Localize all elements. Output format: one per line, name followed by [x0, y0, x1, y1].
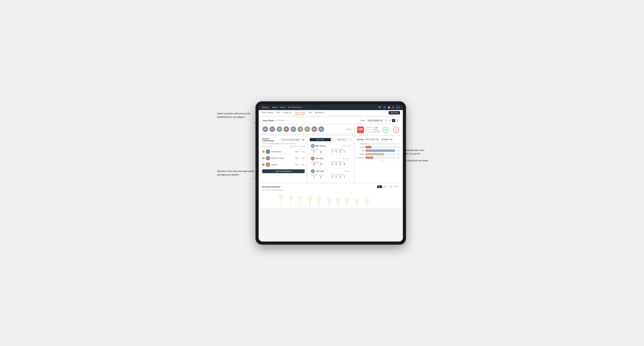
- search-icon[interactable]: 🔍: [378, 106, 381, 109]
- tab-least-active[interactable]: Least Active: [331, 138, 352, 141]
- avatar-icon[interactable]: 👤▾: [396, 106, 400, 109]
- bar-row-eagles: Eagles 3: [357, 142, 399, 145]
- bar-track-pars: [366, 149, 395, 152]
- pac-tournament-1: 7: [311, 151, 317, 153]
- scoring-title: Scoring: [357, 139, 363, 141]
- edit-icon[interactable]: ✏: [286, 120, 287, 121]
- subnav-allplayers[interactable]: All Players: [315, 112, 324, 114]
- view-full-leaderboard-button[interactable]: View Full Leaderboard: [262, 169, 305, 173]
- streak-dot-2: 6x: [289, 195, 293, 206]
- scoring-panel: Scoring Par 3, 4 & 5s All Players Eagles: [355, 136, 401, 182]
- list-icon[interactable]: ☰: [392, 119, 395, 122]
- lb-name-1: Richard Butler: [271, 151, 294, 153]
- player-avatar-5[interactable]: PL: [290, 126, 296, 132]
- pac-avatar-2: RB: [311, 157, 315, 161]
- player-avatar-7[interactable]: GF: [304, 126, 310, 132]
- view-icons: ⊞ ⊟ ☰ ⇅: [384, 119, 399, 122]
- navbar: clippd Home Teams My Performance 🔍 👤 🔔 ⚙…: [259, 105, 403, 110]
- bar-track-eagles: [366, 142, 397, 145]
- bar-label-dbogeys: D. Bogeys +: [357, 157, 364, 159]
- pac-header-3: JC Josh Coles 26 Aug 2023: [311, 169, 351, 173]
- bar-chart: Eagles 3 Birdies: [357, 142, 399, 159]
- player-avatar-9[interactable]: KD: [318, 126, 324, 132]
- scoring-filter-players[interactable]: All Players: [380, 138, 393, 141]
- player-avatar-8[interactable]: HB: [312, 126, 317, 132]
- bell-icon[interactable]: 🔔: [388, 106, 390, 109]
- player-avatar-3[interactable]: JC: [276, 126, 282, 132]
- streaks-btn-putt[interactable]: PUTT: [394, 185, 399, 188]
- streak-dot-3: 6x: [298, 195, 302, 206]
- leaderboard-dropdown[interactable]: PUTT Must Make Putting...: [280, 138, 305, 141]
- bar-label-eagles: Eagles: [357, 143, 364, 145]
- pac-app-2: 0: [335, 164, 338, 166]
- pac-arg-2: 0: [339, 164, 342, 166]
- tab-most-active[interactable]: Most Active: [310, 138, 331, 141]
- streak-dot-4: 5x: [308, 197, 312, 206]
- bar-val-dbogeys: 131: [397, 157, 399, 159]
- nav-link-home[interactable]: Home: [272, 106, 277, 108]
- shot-info-card: 198 SC Shot Dist: 16 yds Start Lie: Roug…: [355, 125, 401, 135]
- pac-practice-1: 6: [319, 151, 323, 153]
- subnav-tour[interactable]: Tour: [308, 112, 312, 114]
- chart-axis: 0200400: [357, 159, 399, 161]
- pac-ott-3: 0: [331, 176, 334, 178]
- shot-details: Shot Dist: 16 yds Start Lie: Rough End L…: [366, 127, 380, 133]
- pac-app-3: 0: [335, 176, 338, 178]
- leaderboard-panel-header: Practice Leaderboards PUTT Must Make Put…: [262, 138, 305, 142]
- pac-arg-1: 0: [339, 151, 342, 153]
- scoring-header: Scoring Par 3, 4 & 5s All Players: [357, 138, 399, 141]
- player-avatar-1[interactable]: RB: [262, 126, 268, 132]
- subnav-pgat[interactable]: PGAT Players: [262, 112, 274, 114]
- leaderboard-row-3[interactable]: 3 Cameron... 17/20 103: [262, 162, 305, 168]
- streak-badge-1: 7x: [279, 194, 283, 198]
- shot-number: 198 SC: [357, 127, 364, 133]
- nav-link-myperformance[interactable]: My Performance: [288, 106, 302, 108]
- streaks-btn-app[interactable]: APP: [382, 185, 388, 188]
- streak-dot-6: 4x: [327, 198, 331, 206]
- bar-row-dbogeys: D. Bogeys + 131: [357, 156, 399, 159]
- lb-name-3: Cameron...: [271, 164, 294, 166]
- settings-icon[interactable]: ⚙: [392, 106, 394, 109]
- tablet-screen: clippd Home Teams My Performance 🔍 👤 🔔 ⚙…: [259, 105, 403, 241]
- bar-fill-bogeys: [366, 153, 384, 155]
- show-select[interactable]: Last 3 months: [366, 119, 383, 122]
- subnav-pga[interactable]: PGA: [276, 112, 280, 114]
- activity-card-1: BM Blair McHarg 26 Aug 2023 Total Rounds: [310, 143, 352, 154]
- bar-fill-pars: [366, 149, 395, 152]
- leaderboard-row-2[interactable]: 2 Edward Crossman 18/20 107: [262, 155, 305, 162]
- main-content[interactable]: Team Clippd | 14 Players ✏ Show: Last 3 …: [259, 116, 403, 241]
- player-avatar-6[interactable]: TW: [298, 126, 303, 132]
- scene: Select a practice drill and see the lead…: [217, 101, 427, 245]
- person-icon[interactable]: 👤: [383, 106, 386, 109]
- streak-badge-4: 5x: [308, 197, 312, 200]
- player-avatar-2[interactable]: EC: [270, 126, 275, 132]
- subnav: PGAT Players PGA Hcaps 1-5 Team Clippd T…: [259, 110, 403, 116]
- streak-dot-5: 5x: [317, 197, 321, 206]
- leaderboard-title: Practice Leaderboards: [262, 138, 279, 142]
- show-label: Show:: [360, 120, 365, 121]
- shot-yardages: 16 yds — 0 yds: [382, 127, 399, 133]
- player-avatar-4[interactable]: MK: [284, 126, 289, 132]
- streaks-btn-ott[interactable]: OTT: [377, 185, 382, 188]
- bar-label-pars: Pars: [357, 150, 364, 152]
- leaderboard-row-1[interactable]: 1 Richard Butler 19/20 110: [262, 149, 305, 155]
- subnav-teamclippd[interactable]: Team Clippd: [295, 111, 306, 114]
- annotation-bottom-left-text: See who is the most and least active amo…: [217, 170, 254, 176]
- bar-val-pars: 499: [397, 150, 399, 152]
- grid-2-icon[interactable]: ⊞: [384, 119, 388, 122]
- scoring-filter-par[interactable]: Par 3, 4 & 5s: [364, 138, 379, 141]
- lb-avg-3: 103: [300, 164, 305, 166]
- streaks-btn-arg[interactable]: ARG: [388, 185, 393, 188]
- streaks-sub: Off The Tee, Fairway Accuracy: [262, 189, 399, 191]
- nav-links: Home Teams My Performance: [272, 106, 302, 108]
- pac-avatar-1: BM: [311, 144, 315, 148]
- nav-link-teams[interactable]: Teams: [280, 106, 286, 108]
- subnav-hcaps[interactable]: Hcaps 1-5: [283, 112, 292, 114]
- filter-icon[interactable]: ⇅: [396, 119, 399, 122]
- grid-3-icon[interactable]: ⊟: [388, 119, 391, 122]
- pac-ott-2: 0: [331, 164, 334, 166]
- pac-tournament-2: 8: [311, 164, 317, 166]
- lb-avatar-2: [266, 156, 270, 161]
- add-team-button[interactable]: Add Team: [389, 111, 400, 114]
- rank-badge-2: 2: [262, 157, 264, 159]
